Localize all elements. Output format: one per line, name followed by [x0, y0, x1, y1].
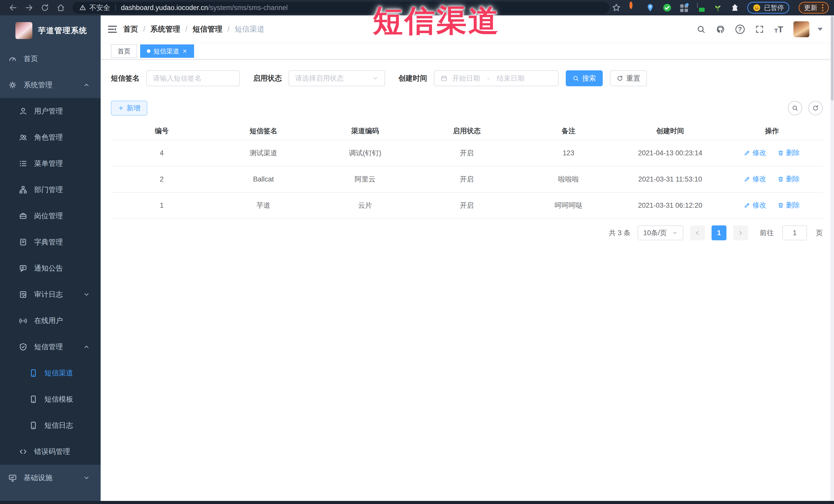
sidebar-item-online-users[interactable]: 在线用户 — [0, 308, 101, 334]
profile-paused-badge[interactable]: 已暂停 — [747, 2, 789, 14]
sms-channel-table: 编号 短信签名 渠道编码 启用状态 备注 创建时间 操作 4 测试渠道 — [111, 122, 823, 219]
table-header-row: 编号 短信签名 渠道编码 启用状态 备注 创建时间 操作 — [111, 122, 823, 140]
delete-link[interactable]: 删除 — [777, 200, 800, 210]
edit-link[interactable]: 修改 — [744, 174, 766, 183]
trash-icon — [777, 176, 784, 182]
browser-toolbar: 不安全 dashboard.yudao.iocoder.cn/system/sm… — [0, 0, 834, 16]
goto-page-input[interactable]: 1 — [783, 225, 807, 240]
search-button[interactable]: 搜索 — [566, 70, 603, 86]
sidebar-item-notice[interactable]: 通知公告 — [0, 255, 101, 281]
briefcase-icon — [19, 212, 27, 220]
page-size-select[interactable]: 10条/页 — [638, 225, 683, 240]
edit-link[interactable]: 修改 — [744, 200, 766, 210]
forward-icon[interactable] — [25, 3, 34, 12]
edit-link[interactable]: 修改 — [744, 148, 766, 157]
table-row: 4 测试渠道 调试(钉钉) 开启 123 2021-04-13 00:23:14… — [111, 140, 823, 166]
fullscreen-icon[interactable] — [755, 25, 764, 34]
code-icon — [19, 447, 27, 456]
extension-sprout-icon[interactable] — [714, 3, 723, 12]
edit-icon — [744, 202, 750, 209]
security-label: 不安全 — [89, 3, 110, 12]
search-icon[interactable] — [697, 25, 706, 34]
edit-icon — [744, 150, 750, 156]
sidebar-item-users[interactable]: 用户管理 — [0, 98, 101, 124]
home-icon[interactable] — [57, 3, 65, 12]
address-bar[interactable]: 不安全 dashboard.yudao.iocoder.cn/system/sm… — [72, 2, 609, 14]
sidebar-item-menus[interactable]: 菜单管理 — [0, 151, 101, 177]
date-range-picker[interactable]: 开始日期 - 结束日期 — [434, 70, 558, 86]
browser-scrollbar[interactable] — [830, 16, 834, 501]
chevron-right-icon — [738, 230, 743, 236]
current-page-button[interactable]: 1 — [711, 225, 726, 240]
search-icon — [792, 105, 798, 111]
gear-icon — [8, 81, 17, 89]
status-select[interactable]: 请选择启用状态 — [288, 70, 385, 86]
search-icon — [572, 75, 579, 82]
sidebar-item-error-codes[interactable]: 错误码管理 — [0, 439, 101, 465]
sidebar-logo[interactable]: 芋道管理系统 — [0, 16, 101, 46]
extension-check-icon[interactable] — [662, 3, 672, 12]
sign-input[interactable]: 请输入短信签名 — [146, 70, 240, 86]
sidebar-item-audit-log[interactable]: 审计日志 — [0, 281, 101, 308]
github-icon[interactable] — [716, 25, 725, 34]
status-label: 启用状态 — [253, 73, 282, 83]
extension-meeple-icon[interactable] — [730, 3, 740, 12]
calendar-icon — [440, 75, 448, 82]
avatar[interactable] — [793, 21, 809, 37]
close-icon[interactable] — [182, 48, 188, 54]
hamburger-icon[interactable] — [107, 24, 117, 35]
sidebar-item-dict[interactable]: 字典管理 — [0, 229, 101, 255]
avatar-caret-icon[interactable] — [817, 28, 823, 31]
url-path: /system/sms/sms-channel — [208, 4, 288, 12]
sidebar-item-roles[interactable]: 角色管理 — [0, 124, 101, 151]
chevron-down-icon — [372, 75, 378, 81]
tab-sms-channel[interactable]: 短信渠道 — [140, 44, 194, 58]
bookmark-star-icon[interactable] — [612, 3, 621, 12]
extension-grid-icon[interactable] — [679, 3, 689, 12]
end-date-placeholder: 结束日期 — [497, 74, 524, 83]
sidebar-item-home[interactable]: 首页 — [0, 46, 101, 72]
dashboard-icon — [8, 54, 17, 63]
browser-update-button[interactable]: 更新 — [798, 2, 829, 14]
delete-link[interactable]: 删除 — [777, 148, 800, 157]
prev-page-button[interactable] — [690, 225, 705, 240]
reload-icon[interactable] — [41, 3, 49, 12]
breadcrumb-home[interactable]: 首页 — [123, 24, 138, 35]
breadcrumb-sms[interactable]: 短信管理 — [193, 24, 222, 35]
tab-home[interactable]: 首页 — [111, 44, 137, 58]
sidebar-item-sms-channel[interactable]: 短信渠道 — [0, 360, 101, 386]
breadcrumb-system[interactable]: 系统管理 — [150, 24, 180, 35]
font-size-icon[interactable]: TT — [774, 25, 783, 34]
header-actions: ? TT — [697, 21, 823, 37]
extension-on-badge-icon[interactable] — [697, 3, 706, 12]
toggle-search-button[interactable] — [788, 101, 802, 115]
reset-button[interactable]: 重置 — [610, 70, 647, 86]
sidebar-item-departments[interactable]: 部门管理 — [0, 177, 101, 203]
app-logo-image — [16, 22, 32, 39]
sidebar-item-sms-template[interactable]: 短信模板 — [0, 386, 101, 412]
next-page-button[interactable] — [733, 225, 748, 240]
extension-pin-icon[interactable] — [645, 3, 655, 12]
sidebar-item-posts[interactable]: 岗位管理 — [0, 203, 101, 229]
book-icon — [19, 238, 27, 246]
sidebar-item-infrastructure[interactable]: 基础设施 — [0, 465, 101, 491]
scrollbar-thumb[interactable] — [831, 16, 833, 101]
refresh-table-button[interactable] — [808, 101, 823, 115]
window-bottom-edge — [0, 501, 834, 504]
add-button[interactable]: 新增 — [111, 101, 147, 115]
sidebar-item-sms-log[interactable]: 短信日志 — [0, 412, 101, 439]
back-icon[interactable] — [9, 3, 18, 12]
audit-log-icon — [19, 290, 27, 299]
sidebar-item-sms[interactable]: 短信管理 — [0, 334, 101, 360]
chevron-left-icon — [695, 230, 700, 236]
sidebar-item-system[interactable]: 系统管理 — [0, 72, 101, 98]
browser-menu-icon[interactable] — [822, 4, 824, 11]
tag-view-bar: 首页 短信渠道 — [101, 43, 834, 60]
table-row: 2 Ballcat 阿里云 开启 啦啦啦 2021-03-31 11:53:10… — [111, 166, 823, 192]
breadcrumb-current: 短信渠道 — [235, 24, 264, 35]
extension-orange-ring-icon[interactable] — [629, 3, 638, 12]
help-icon[interactable]: ? — [736, 25, 745, 34]
app-title: 芋道管理系统 — [38, 25, 87, 36]
phone-icon — [29, 395, 38, 403]
delete-link[interactable]: 删除 — [777, 174, 800, 183]
